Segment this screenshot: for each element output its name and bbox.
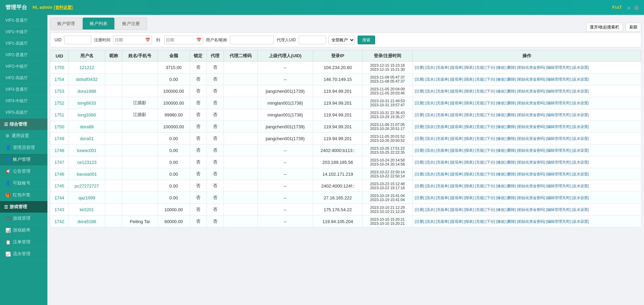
- row-0-col-11[interactable]: [注册] [流水] [充值单] [提现单] [报表] [充值] [下分] [修改…: [412, 62, 641, 73]
- sidebar-item-game-odds[interactable]: 📊游戏赔率: [0, 224, 47, 236]
- row-7-col-1[interactable]: kxwsc001: [68, 145, 105, 156]
- row-6-col-1[interactable]: dora01: [68, 133, 105, 145]
- sidebar-item-vip2-middle[interactable]: VIP2-中级厅: [0, 61, 47, 72]
- sidebar-item-vip3-high[interactable]: VIP3-高级厅: [0, 107, 47, 118]
- row-10-col-7: [223, 180, 257, 192]
- row-4-col-1[interactable]: tong3366: [68, 109, 105, 121]
- row-0-col-0[interactable]: 1755: [50, 62, 69, 73]
- row-13-col-11[interactable]: [注册] [流水] [充值单] [提现单] [报表] [充值] [下分] [修改…: [412, 216, 641, 227]
- row-8-col-0[interactable]: 1747: [50, 156, 69, 168]
- row-11-col-1[interactable]: qaz1999: [68, 192, 105, 204]
- row-3-col-11[interactable]: [注册] [流水] [充值单] [提现单] [报表] [充值] [下分] [修改…: [412, 97, 641, 109]
- home-icon[interactable]: ⌂: [627, 5, 630, 10]
- row-12-col-0[interactable]: 1743: [50, 204, 69, 216]
- sidebar-item-vip1-normal[interactable]: VIP1-普通厅: [0, 15, 47, 26]
- row-3-col-7: [223, 97, 257, 109]
- row-0-col-1[interactable]: 121212: [68, 62, 105, 73]
- account-register-tab[interactable]: 账户注册: [115, 18, 147, 29]
- row-8-col-11[interactable]: [注册] [流水] [充值单] [提现单] [报表] [充值] [下分] [修改…: [412, 156, 641, 168]
- row-2-col-6: 否: [207, 85, 223, 97]
- sidebar-item-game-manage[interactable]: 🎮游戏管理: [0, 213, 47, 224]
- row-9-col-1[interactable]: tianxia001: [68, 168, 105, 180]
- sidebar-item-register-manage[interactable]: 📋注单管理: [0, 236, 47, 248]
- table-container: UID用户名昵称姓名/手机号金额锁定代理代理二维码上级代理人(UID)登录IP登…: [50, 50, 641, 227]
- sidebar-item-general-settings[interactable]: ⚙通用设置: [0, 130, 47, 142]
- sidebar-item-redpacket[interactable]: 🎁红包中奖: [0, 189, 47, 201]
- sidebar-item-vip2-normal[interactable]: VIP2-普通厅: [0, 49, 47, 61]
- row-13-col-1[interactable]: dora5188: [68, 216, 105, 227]
- agent-uid-input[interactable]: [299, 36, 326, 44]
- row-3-col-3: 江插影: [122, 97, 158, 109]
- row-6-col-11[interactable]: [注册] [流水] [充值单] [提现单] [报表] [充值] [下分] [修改…: [412, 133, 641, 145]
- row-5-col-0[interactable]: 1750: [50, 121, 69, 133]
- topbar-icons: ⌂ ⏻: [627, 5, 639, 10]
- date-from: 📅: [113, 36, 152, 44]
- calendar-icon-from[interactable]: 📅: [145, 38, 150, 42]
- sidebar-item-admin-manage[interactable]: 👤管理员管理: [0, 142, 47, 154]
- row-4-col-0[interactable]: 1751: [50, 109, 69, 121]
- row-2-col-0[interactable]: 1753: [50, 85, 69, 97]
- power-icon[interactable]: ⏻: [634, 5, 639, 10]
- row-1-col-7: [223, 73, 257, 85]
- sidebar-item-account-manage[interactable]: 👤账户管理: [0, 154, 47, 166]
- row-12-col-1[interactable]: kk5201: [68, 204, 105, 216]
- account-manage-tab[interactable]: 账户管理: [50, 18, 82, 29]
- calendar-icon-to[interactable]: 📅: [196, 38, 201, 42]
- sidebar-section-comprehensive: ☰ 综合管理: [0, 118, 47, 130]
- refresh-btn[interactable]: 刷新: [626, 23, 641, 32]
- row-1-col-1[interactable]: dsfsdf3432: [68, 73, 105, 85]
- sidebar-item-vip1-high[interactable]: VIP1-高级厅: [0, 38, 47, 49]
- row-8-col-1[interactable]: ce123123: [68, 156, 105, 168]
- row-9-col-0[interactable]: 1746: [50, 168, 69, 180]
- sidebar-item-vip3-normal[interactable]: VIP3-普通厅: [0, 84, 47, 95]
- row-1-col-11[interactable]: [注册] [流水] [充值单] [提现单] [报表] [充值] [下分] [修改…: [412, 73, 641, 85]
- row-10-col-11[interactable]: [注册] [流水] [充值单] [提现单] [报表] [充值] [下分] [修改…: [412, 180, 641, 192]
- row-5-col-1[interactable]: dora88: [68, 121, 105, 133]
- date-to-input[interactable]: [166, 38, 196, 42]
- row-1-col-0[interactable]: 1754: [50, 73, 69, 85]
- toggle-search-btn[interactable]: 显开/收起搜索栏: [586, 23, 623, 32]
- row-13-col-7: [223, 216, 257, 227]
- row-13-col-0[interactable]: 1742: [50, 216, 69, 227]
- sidebar-item-vip3-middle[interactable]: VIP3-中级厅: [0, 95, 47, 107]
- row-2-col-8: jiangchen001(1739): [257, 85, 313, 97]
- row-2-col-1[interactable]: dora1988: [68, 85, 105, 97]
- sidebar-item-notice-manage[interactable]: 📢公告管理: [0, 166, 47, 177]
- row-6-col-10: 2023-11-05 20:01:522023-10-26 20:50:52: [363, 133, 413, 145]
- username-input[interactable]: [230, 36, 274, 44]
- topbar-right: FiaT ⌂ ⏻: [612, 5, 639, 10]
- comprehensive-icon: ☰: [4, 122, 8, 127]
- row-11-col-11[interactable]: [注册] [流水] [充值单] [提现单] [报表] [充值] [下分] [修改…: [412, 192, 641, 204]
- row-9-col-10: 2023-10-22 22:50:142023-10-22 22:50:14: [363, 168, 413, 180]
- uid-input[interactable]: [64, 36, 91, 44]
- account-list-tab[interactable]: 账户列表: [83, 18, 114, 29]
- flow-manage-icon: 📈: [5, 252, 11, 257]
- row-6-col-0[interactable]: 1749: [50, 133, 69, 145]
- row-13-col-3: Peiling Tai: [122, 216, 158, 227]
- row-4-col-11[interactable]: [注册] [流水] [充值单] [提现单] [报表] [充值] [下分] [修改…: [412, 109, 641, 121]
- settings-link[interactable]: [资料设置]: [54, 5, 73, 10]
- col-header-7: 代理二维码: [223, 50, 257, 62]
- comprehensive-label: 综合管理: [9, 121, 27, 127]
- sidebar-item-vip2-high[interactable]: VIP2-高级厅: [0, 72, 47, 84]
- row-10-col-1[interactable]: pc27272727: [68, 180, 105, 192]
- row-5-col-11[interactable]: [注册] [流水] [充值单] [提现单] [报表] [充值] [下分] [修改…: [412, 121, 641, 133]
- sidebar-item-flow-manage[interactable]: 📈流水管理: [0, 248, 47, 260]
- row-11-col-0[interactable]: 1744: [50, 192, 69, 204]
- search-btn[interactable]: 搜索: [358, 36, 375, 44]
- row-11-col-4: 0.00: [157, 192, 190, 204]
- row-7-col-0[interactable]: 1748: [50, 145, 69, 156]
- date-from-input[interactable]: [115, 38, 145, 42]
- row-7-col-7: [223, 145, 257, 156]
- row-10-col-0[interactable]: 1745: [50, 180, 69, 192]
- sidebar-item-vip1-middle[interactable]: VIP1-中级厅: [0, 26, 47, 38]
- account-type-select[interactable]: 全部账户: [328, 36, 355, 44]
- sidebar-item-suspicious[interactable]: 👤可疑账号: [0, 177, 47, 189]
- row-7-col-11[interactable]: [注册] [流水] [充值单] [提现单] [报表] [充值] [下分] [修改…: [412, 145, 641, 156]
- row-9-col-11[interactable]: [注册] [流水] [充值单] [提现单] [报表] [充值] [下分] [修改…: [412, 168, 641, 180]
- row-3-col-0[interactable]: 1752: [50, 97, 69, 109]
- row-12-col-11[interactable]: [注册] [流水] [充值单] [提现单] [报表] [充值] [下分] [修改…: [412, 204, 641, 216]
- row-2-col-11[interactable]: [注册] [流水] [充值单] [提现单] [报表] [充值] [下分] [修改…: [412, 85, 641, 97]
- reg-time: 2023-10-19 15:41:04: [365, 198, 410, 202]
- row-3-col-1[interactable]: tong6633: [68, 97, 105, 109]
